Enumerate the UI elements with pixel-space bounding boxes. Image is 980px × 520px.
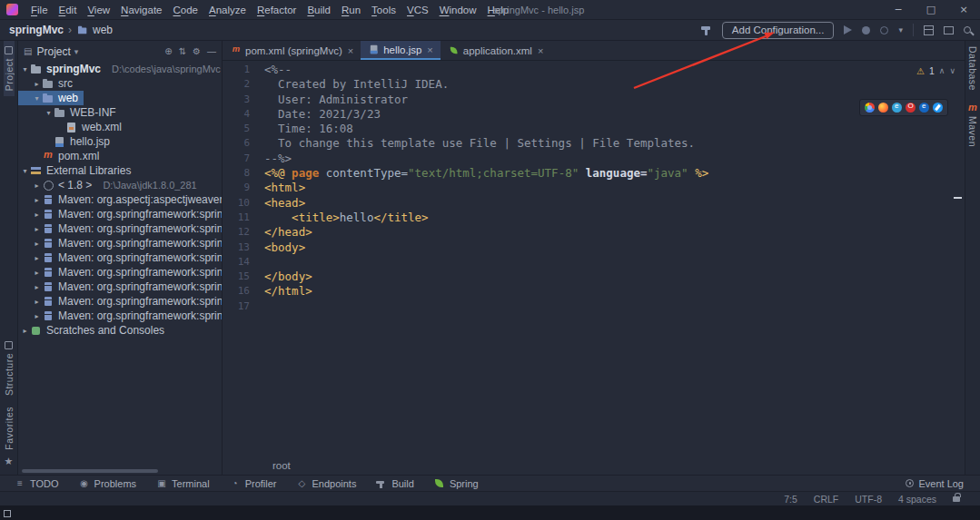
code-line[interactable]: 9<html>	[223, 181, 965, 195]
toolwindow-profiler[interactable]: Profiler	[230, 478, 277, 489]
menu-edit[interactable]: Edit	[54, 5, 83, 15]
tree-row-maven-org-springframework-spring[interactable]: ▸Maven: org.springframework:spring	[18, 309, 222, 323]
toolwindow-todo[interactable]: TODO	[15, 478, 59, 489]
tree-collapsed-icon[interactable]: ▸	[32, 240, 42, 248]
toolwindow-build[interactable]: Build	[376, 478, 413, 489]
menu-code[interactable]: Code	[168, 5, 204, 15]
menu-vcs[interactable]: VCS	[401, 5, 434, 15]
tab-close-icon[interactable]: ×	[348, 45, 353, 56]
tree-collapsed-icon[interactable]: ▸	[32, 211, 42, 219]
tree-row-pom-xml[interactable]: pom.xml	[18, 149, 222, 163]
tree-collapsed-icon[interactable]: ▸	[32, 182, 42, 190]
code-line[interactable]: 7--%>	[223, 152, 965, 166]
code-line[interactable]: 5 Time: 16:08	[223, 122, 965, 136]
search-everywhere-icon[interactable]	[964, 26, 971, 34]
editor-tab-hello-jsp[interactable]: hello.jsp×	[361, 41, 441, 60]
code-area[interactable]: 1<%--2 Created by IntelliJ IDEA.3 User: …	[223, 61, 965, 456]
favorites-star-icon[interactable]: ★	[5, 456, 14, 467]
menu-build[interactable]: Build	[302, 5, 336, 15]
tree-expanded-icon[interactable]: ▾	[32, 94, 42, 103]
tree-row-web-xml[interactable]: web.xml	[18, 120, 222, 134]
restore-layout-icon[interactable]	[944, 26, 954, 34]
tree-row-maven-org-springframework-spring[interactable]: ▸Maven: org.springframework:spring	[18, 207, 222, 221]
minimize-icon[interactable]: −	[882, 0, 915, 19]
debug-icon[interactable]	[862, 26, 870, 34]
caret-position[interactable]: 7:5	[784, 494, 797, 505]
code-line[interactable]: 6 To change this template use File | Set…	[223, 136, 965, 151]
code-line[interactable]: 10<head>	[223, 196, 965, 211]
menu-analyze[interactable]: Analyze	[203, 5, 252, 15]
tree-row-external-libraries[interactable]: ▾External Libraries	[18, 163, 222, 178]
tree-collapsed-icon[interactable]: ▸	[32, 269, 42, 277]
editor-tab-application-xml[interactable]: application.xml×	[441, 41, 551, 60]
file-encoding[interactable]: UTF-8	[855, 494, 882, 505]
code-line[interactable]: 8<%@ page contentType="text/html;charset…	[223, 166, 965, 181]
menu-file[interactable]: File	[25, 5, 54, 15]
menu-refactor[interactable]: Refactor	[252, 5, 302, 15]
code-line[interactable]: 15</body>	[223, 270, 965, 284]
tool-stripe-maven[interactable]: m Maven	[967, 96, 978, 152]
close-icon[interactable]: ×	[947, 0, 980, 19]
hide-panel-icon[interactable]: —	[207, 46, 216, 56]
toolwindow-problems[interactable]: Problems	[79, 478, 136, 489]
tree-row-scratches-and-consoles[interactable]: ▸Scratches and Consoles	[18, 323, 222, 338]
tree-row-web[interactable]: ▾web	[18, 91, 222, 105]
readonly-lock-icon[interactable]	[953, 496, 960, 502]
editor-tab-pom-xml-springmvc[interactable]: pom.xml (springMvc)×	[223, 41, 361, 60]
code-line[interactable]: 16</html>	[223, 284, 965, 299]
build-hammer-icon[interactable]	[700, 25, 712, 36]
tab-close-icon[interactable]: ×	[538, 45, 543, 56]
tree-row-web-inf[interactable]: ▾WEB-INF	[18, 105, 222, 120]
tree-row-maven-org-aspectj-aspectjweaver-1-9[interactable]: ▸Maven: org.aspectj:aspectjweaver:1.9	[18, 192, 222, 207]
settings-gear-icon[interactable]: ⚙	[193, 46, 201, 56]
project-view-chevron-icon[interactable]: ▾	[74, 47, 79, 56]
menu-view[interactable]: View	[82, 5, 115, 15]
menu-run[interactable]: Run	[336, 5, 366, 15]
horizontal-scrollbar[interactable]	[22, 469, 158, 473]
project-panel-title[interactable]: Project	[36, 45, 70, 58]
tree-collapsed-icon[interactable]: ▸	[32, 254, 42, 262]
breadcrumb-project[interactable]: springMvc	[9, 24, 64, 36]
menu-navigate[interactable]: Navigate	[115, 5, 167, 15]
toolwindow-terminal[interactable]: Terminal	[156, 478, 210, 489]
tree-expanded-icon[interactable]: ▾	[44, 109, 54, 117]
code-line[interactable]: 1<%--	[223, 63, 965, 77]
breadcrumb-root[interactable]: root	[272, 460, 291, 471]
toolwindow-endpoints[interactable]: Endpoints	[296, 478, 356, 489]
tool-stripe-structure[interactable]: Structure	[4, 336, 15, 401]
tree-row-springmvc[interactable]: ▾springMvcD:\codes\java\springMvc	[18, 62, 222, 76]
add-configuration-button[interactable]: Add Configuration...	[722, 22, 835, 39]
indent-setting[interactable]: 4 spaces	[898, 494, 936, 505]
tree-row-1-8[interactable]: ▸< 1.8 >D:\Java\jdk1.8.0_281	[18, 178, 222, 192]
tree-collapsed-icon[interactable]: ▸	[32, 225, 42, 233]
tool-stripe-database[interactable]: Database	[967, 41, 978, 96]
tree-row-maven-org-springframework-spring[interactable]: ▸Maven: org.springframework:spring	[18, 294, 222, 309]
run-icon[interactable]	[844, 25, 852, 34]
line-separator[interactable]: CRLF	[814, 494, 838, 505]
menu-tools[interactable]: Tools	[366, 5, 401, 15]
tree-row-hello-jsp[interactable]: hello.jsp	[18, 134, 222, 149]
locate-file-icon[interactable]: ⊕	[164, 46, 172, 56]
code-line[interactable]: 14	[223, 255, 965, 270]
tree-collapsed-icon[interactable]: ▸	[32, 312, 42, 320]
code-line[interactable]: 17	[223, 299, 965, 314]
tree-row-maven-org-springframework-spring[interactable]: ▸Maven: org.springframework:spring	[18, 236, 222, 250]
code-line[interactable]: 4 Date: 2021/3/23	[223, 107, 965, 122]
breadcrumb-module[interactable]: web	[93, 24, 113, 36]
tree-expanded-icon[interactable]: ▾	[20, 65, 30, 74]
tool-stripe-favorites[interactable]: Favorites	[4, 401, 15, 456]
menu-window[interactable]: Window	[434, 5, 482, 15]
coverage-icon[interactable]	[880, 26, 888, 34]
toolwindow-spring[interactable]: Spring	[434, 478, 479, 489]
tree-row-maven-org-springframework-spring[interactable]: ▸Maven: org.springframework:spring	[18, 280, 222, 294]
maximize-icon[interactable]: □	[915, 0, 947, 19]
code-line[interactable]: 12</head>	[223, 225, 965, 240]
tree-row-src[interactable]: ▸src	[18, 76, 222, 91]
toolwindow-switcher-icon[interactable]	[4, 510, 11, 517]
expand-collapse-icon[interactable]: ⇅	[179, 46, 186, 56]
tree-row-maven-org-springframework-spring[interactable]: ▸Maven: org.springframework:spring	[18, 221, 222, 236]
tree-row-maven-org-springframework-spring[interactable]: ▸Maven: org.springframework:spring	[18, 250, 222, 265]
tree-collapsed-icon[interactable]: ▸	[32, 283, 42, 291]
tree-collapsed-icon[interactable]: ▸	[32, 80, 42, 88]
code-line[interactable]: 11 <title>hello</title>	[223, 211, 965, 225]
